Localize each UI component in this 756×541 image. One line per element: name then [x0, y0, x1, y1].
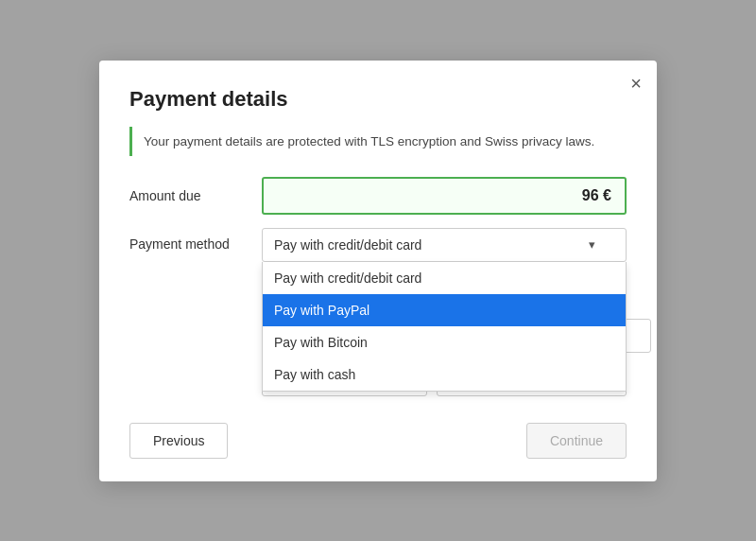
- amount-row: Amount due 96 €: [129, 177, 627, 215]
- modal-footer: Previous Continue: [129, 423, 627, 459]
- amount-label: Amount due: [129, 188, 262, 203]
- modal-title: Payment details: [129, 87, 627, 112]
- close-button[interactable]: ×: [630, 74, 642, 93]
- payment-method-dropdown[interactable]: Pay with credit/debit card ▾ Pay with cr…: [262, 228, 627, 262]
- dropdown-item-bitcoin[interactable]: Pay with Bitcoin: [263, 326, 626, 358]
- info-banner: Your payment details are protected with …: [129, 127, 627, 156]
- dropdown-item-paypal[interactable]: Pay with PayPal: [263, 294, 626, 326]
- dropdown-item-card[interactable]: Pay with credit/debit card: [263, 262, 626, 294]
- modal-overlay: × Payment details Your payment details a…: [0, 0, 756, 541]
- payment-modal: × Payment details Your payment details a…: [99, 61, 657, 481]
- continue-button[interactable]: Continue: [526, 423, 627, 459]
- previous-button[interactable]: Previous: [129, 423, 228, 459]
- selected-option-label: Pay with credit/debit card: [274, 237, 421, 253]
- payment-method-row: Payment method Pay with credit/debit car…: [129, 228, 627, 262]
- dropdown-item-cash[interactable]: Pay with cash: [263, 358, 626, 391]
- dropdown-list: Pay with credit/debit card Pay with PayP…: [262, 262, 627, 392]
- dropdown-arrow-icon: ▾: [589, 237, 595, 252]
- dropdown-selected-value[interactable]: Pay with credit/debit card ▾: [262, 228, 627, 262]
- payment-method-control: Pay with credit/debit card ▾ Pay with cr…: [262, 228, 627, 262]
- amount-control: 96 €: [262, 177, 627, 215]
- amount-value: 96 €: [262, 177, 627, 215]
- payment-method-label: Payment method: [129, 228, 262, 252]
